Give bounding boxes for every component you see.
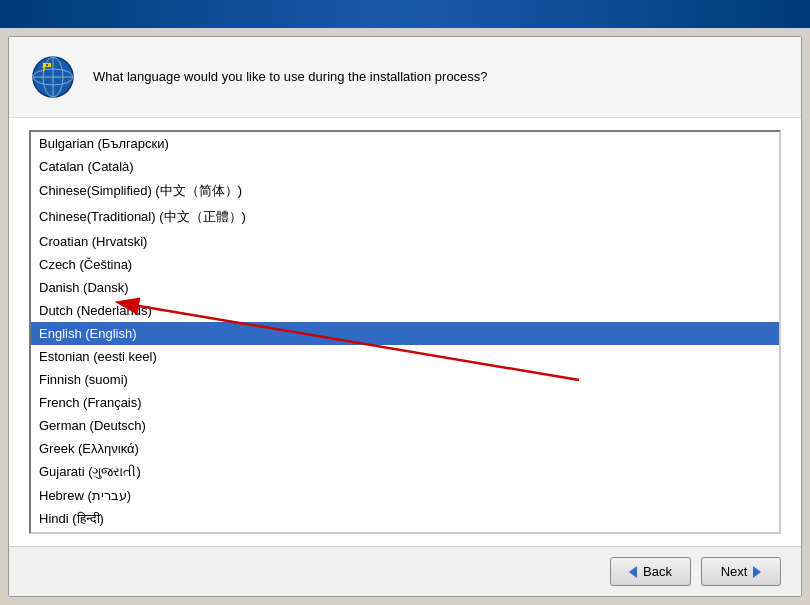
footer-section: Back Next [9,546,801,596]
list-item[interactable]: Dutch (Nederlands) [31,299,779,322]
list-item[interactable]: Danish (Dansk) [31,276,779,299]
next-arrow-icon [753,566,761,578]
list-wrapper: Bulgarian (Български)Catalan (Català)Chi… [29,130,781,534]
list-item[interactable]: German (Deutsch) [31,414,779,437]
globe-icon [29,53,77,101]
language-list-container: Bulgarian (Български)Catalan (Català)Chi… [29,130,781,534]
back-button[interactable]: Back [610,557,691,586]
header-text: What language would you like to use duri… [93,68,488,86]
list-item[interactable]: Bulgarian (Български) [31,132,779,155]
list-item[interactable]: Greek (Ελληνικά) [31,437,779,460]
list-item[interactable]: Czech (Čeština) [31,253,779,276]
list-item[interactable]: English (English) [31,322,779,345]
list-item[interactable]: Hindi (हिन्दी) [31,507,779,531]
next-button[interactable]: Next [701,557,781,586]
list-item[interactable]: Finnish (suomi) [31,368,779,391]
list-item[interactable]: Estonian (eesti keel) [31,345,779,368]
back-arrow-icon [629,566,637,578]
list-item[interactable]: Catalan (Català) [31,155,779,178]
list-item[interactable]: French (Français) [31,391,779,414]
list-item[interactable]: Chinese(Simplified) (中文（简体）) [31,178,779,204]
svg-point-6 [46,64,48,66]
title-bar [0,0,810,28]
header-question: What language would you like to use duri… [93,69,488,84]
back-label: Back [643,564,672,579]
main-container: What language would you like to use duri… [8,36,802,597]
content-section: Bulgarian (Български)Catalan (Català)Chi… [9,118,801,546]
next-label: Next [721,564,748,579]
language-list[interactable]: Bulgarian (Български)Catalan (Català)Chi… [31,132,779,532]
list-item[interactable]: Chinese(Traditional) (中文（正體）) [31,204,779,230]
list-item[interactable]: Hebrew (עברית) [31,484,779,507]
list-item[interactable]: Croatian (Hrvatski) [31,230,779,253]
list-item[interactable]: Gujarati (ગુજરાતી) [31,460,779,484]
header-section: What language would you like to use duri… [9,37,801,118]
